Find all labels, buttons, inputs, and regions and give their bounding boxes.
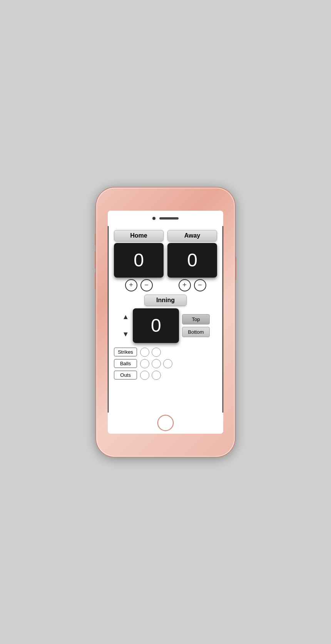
home-team-button[interactable]: Home	[114, 230, 164, 241]
outs-row: Outs	[114, 371, 217, 380]
screen-content: Home 0 + − Away 0 +	[108, 226, 223, 413]
speaker-icon	[159, 217, 179, 220]
home-score-value: 0	[134, 250, 144, 271]
out-circle-1[interactable]	[140, 371, 149, 380]
inning-decrement-button[interactable]: ▼	[121, 329, 130, 339]
camera-icon	[152, 217, 155, 220]
half-inning-buttons: Top Bottom	[182, 314, 209, 337]
home-increment-button[interactable]: +	[125, 279, 137, 291]
inning-section: Inning ▲ ▼ 0 Top Bottom	[114, 295, 217, 343]
outs-label: Outs	[114, 371, 137, 379]
ball-circle-1[interactable]	[140, 359, 149, 368]
away-team-button[interactable]: Away	[167, 230, 217, 241]
inning-controls-row: ▲ ▼ 0 Top Bottom	[114, 308, 217, 343]
away-team-section: Away 0 + −	[167, 230, 217, 291]
balls-circles	[140, 359, 172, 368]
home-decrement-button[interactable]: −	[140, 279, 153, 291]
strike-circle-2[interactable]	[152, 348, 161, 357]
home-team-section: Home 0 + −	[114, 230, 164, 291]
away-score-controls: + −	[179, 279, 206, 291]
away-score-value: 0	[187, 250, 197, 271]
top-inning-button[interactable]: Top	[182, 314, 209, 324]
inning-arrows: ▲ ▼	[121, 312, 130, 339]
outs-circles	[140, 371, 161, 380]
volume-down-button[interactable]	[95, 272, 96, 290]
phone-top-bar	[108, 211, 223, 226]
balls-label: Balls	[114, 359, 137, 368]
strike-circle-1[interactable]	[140, 348, 149, 357]
phone-home-area	[108, 413, 223, 434]
home-button[interactable]	[157, 415, 174, 431]
home-score-controls: + −	[125, 279, 153, 291]
out-circle-2[interactable]	[152, 371, 161, 380]
phone-frame: Home 0 + − Away 0 +	[96, 188, 235, 457]
score-row: Home 0 + − Away 0 +	[114, 230, 217, 291]
volume-up-button[interactable]	[95, 251, 96, 268]
inning-display: 0	[133, 308, 179, 343]
away-decrement-button[interactable]: −	[194, 279, 206, 291]
inning-increment-button[interactable]: ▲	[121, 312, 130, 322]
ball-circle-2[interactable]	[152, 359, 161, 368]
balls-row: Balls	[114, 359, 217, 368]
strikes-circles	[140, 348, 161, 357]
inning-value: 0	[151, 315, 161, 336]
away-score-display: 0	[167, 243, 217, 278]
strikes-label: Strikes	[114, 348, 137, 356]
inning-button[interactable]: Inning	[144, 295, 187, 306]
away-increment-button[interactable]: +	[179, 279, 191, 291]
count-section: Strikes Balls O	[114, 348, 217, 380]
strikes-row: Strikes	[114, 348, 217, 357]
bottom-inning-button[interactable]: Bottom	[182, 327, 209, 337]
home-score-display: 0	[114, 243, 164, 278]
ball-circle-3[interactable]	[163, 359, 172, 368]
power-button[interactable]	[235, 257, 236, 280]
phone-screen: Home 0 + − Away 0 +	[108, 211, 223, 434]
